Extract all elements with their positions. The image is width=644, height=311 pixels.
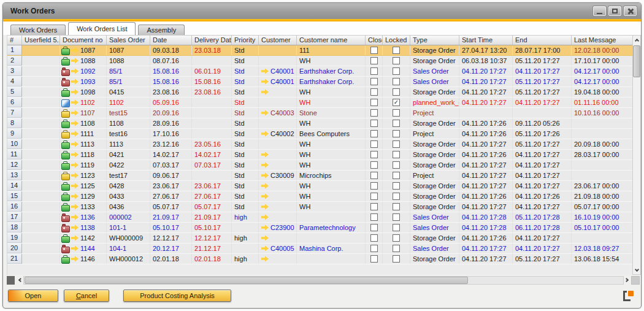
link-arrow-icon[interactable]	[71, 214, 79, 220]
row-number[interactable]: 15	[7, 191, 22, 201]
link-arrow-icon[interactable]	[71, 58, 79, 64]
column-header-last-message[interactable]: Last Message	[572, 36, 632, 45]
maximize-button[interactable]	[608, 6, 621, 16]
link-arrow-icon[interactable]	[261, 245, 269, 251]
link-arrow-icon[interactable]	[71, 68, 79, 74]
minimize-button[interactable]	[593, 6, 606, 16]
scroll-up-button[interactable]	[633, 36, 640, 44]
column-header-document-no[interactable]: Document no	[60, 36, 107, 45]
locked-checkbox[interactable]	[393, 130, 400, 137]
closed-checkbox[interactable]	[370, 182, 378, 190]
link-arrow-icon[interactable]	[71, 47, 79, 53]
table-row[interactable]: 141125042823.06.1723.06.17StdWHStorage O…	[7, 181, 632, 191]
link-arrow-icon[interactable]	[261, 204, 269, 210]
table-row[interactable]: 4109385/115.08.1615.08.16StdC40001Earths…	[7, 77, 632, 87]
locked-checkbox[interactable]: ✓	[393, 99, 400, 106]
column-header-customer-name[interactable]: Customer name	[297, 36, 366, 45]
closed-checkbox[interactable]	[370, 234, 378, 242]
table-row[interactable]: 111118042114.02.1714.02.17StdWHStorage O…	[7, 150, 632, 160]
row-number[interactable]: 4	[7, 77, 22, 86]
row-number[interactable]: 5	[7, 87, 22, 97]
table-row[interactable]: 101113111323.12.1623.05.16StdWHStorage O…	[7, 139, 632, 150]
locked-checkbox[interactable]	[393, 47, 400, 54]
link-arrow-icon[interactable]	[71, 204, 79, 210]
table-row[interactable]: 61102110205.09.16StdWH✓planned_work_orde…	[7, 98, 632, 108]
horizontal-scrollbar[interactable]	[7, 276, 640, 285]
column-header-blank[interactable]: #	[7, 36, 22, 45]
locked-checkbox[interactable]	[393, 234, 400, 242]
table-row[interactable]: 201144104-120.12.1721.12.17C40005Mashina…	[7, 244, 632, 254]
table-row[interactable]: 51098041523.08.1623.08.16StdWHStorage Or…	[7, 87, 632, 98]
column-header-customer[interactable]: Customer	[259, 36, 297, 45]
locked-checkbox[interactable]	[393, 203, 400, 210]
row-number[interactable]: 1	[7, 45, 22, 55]
column-header-sales-order[interactable]: Sales Order	[107, 36, 150, 45]
link-arrow-icon[interactable]	[261, 152, 269, 158]
table-row[interactable]: 17113600000221.09.1721.09.17highSales Or…	[7, 212, 632, 223]
closed-checkbox[interactable]	[370, 203, 378, 210]
column-header-delivery-date[interactable]: Delivery Date	[192, 36, 232, 45]
splitter-handle[interactable]	[7, 276, 15, 285]
closed-checkbox[interactable]	[370, 88, 378, 96]
table-row[interactable]: 3109285/115.08.1606.01.19StdC40001Earths…	[7, 66, 632, 77]
column-header-userfield-5[interactable]: Userfield 5...	[22, 36, 60, 45]
row-number[interactable]: 16	[7, 202, 22, 212]
row-number[interactable]: 9	[7, 129, 22, 139]
locked-checkbox[interactable]	[393, 120, 400, 127]
tab-work-orders[interactable]: Work Orders	[10, 25, 66, 35]
row-number[interactable]: 6	[7, 98, 22, 107]
table-row[interactable]: 161133043605.07.1705.07.17StdWHStorage O…	[7, 202, 632, 212]
scroll-left-button[interactable]	[16, 276, 23, 284]
locked-checkbox[interactable]	[393, 213, 400, 221]
vertical-scroll-thumb[interactable]	[633, 45, 640, 77]
table-row[interactable]: 81108110828.09.16StdWHStorage Order04.11…	[7, 118, 632, 129]
closed-checkbox[interactable]	[370, 255, 378, 263]
scroll-down-button[interactable]	[633, 266, 640, 274]
table-row[interactable]: 131123test1709.06.17StdC30009MicrochipsP…	[7, 171, 632, 181]
table-row[interactable]: 91111test1617.10.16StdC40002Bees Compute…	[7, 129, 632, 139]
closed-checkbox[interactable]	[370, 120, 378, 127]
table-row[interactable]: 181138101-105.10.1705.10.17C23900Paramet…	[7, 223, 632, 233]
row-number[interactable]: 2	[7, 56, 22, 66]
link-arrow-icon[interactable]	[261, 235, 269, 241]
link-arrow-icon[interactable]	[71, 131, 79, 137]
scroll-right-button[interactable]	[624, 276, 631, 284]
link-arrow-icon[interactable]	[71, 225, 79, 231]
locked-checkbox[interactable]	[393, 224, 400, 231]
column-header-priority[interactable]: Priority	[232, 36, 259, 45]
link-arrow-icon[interactable]	[71, 235, 79, 241]
closed-checkbox[interactable]	[370, 99, 378, 106]
vertical-scrollbar[interactable]	[632, 35, 641, 275]
tab-assembly[interactable]: Assembly	[138, 25, 185, 35]
closed-checkbox[interactable]	[370, 245, 378, 252]
locked-checkbox[interactable]	[393, 109, 400, 117]
locked-checkbox[interactable]	[393, 88, 400, 96]
table-row[interactable]: 121119042207.03.1707.03.17StdWHStorage O…	[7, 160, 632, 171]
closed-checkbox[interactable]	[370, 57, 378, 64]
link-arrow-icon[interactable]	[71, 256, 79, 262]
closed-checkbox[interactable]	[370, 224, 378, 231]
link-arrow-icon[interactable]	[71, 172, 79, 179]
link-arrow-icon[interactable]	[71, 162, 79, 168]
table-row[interactable]: 191142WH00000912.12.1712.12.17highStorag…	[7, 233, 632, 244]
row-number[interactable]: 11	[7, 150, 22, 159]
link-arrow-icon[interactable]	[261, 193, 269, 199]
horizontal-scroll-track[interactable]	[23, 276, 624, 285]
closed-checkbox[interactable]	[370, 78, 378, 85]
column-header-date[interactable]: Date	[150, 36, 192, 45]
row-number[interactable]: 3	[7, 66, 22, 76]
column-header-closed[interactable]: Closed	[366, 36, 383, 45]
row-number[interactable]: 13	[7, 171, 22, 180]
locked-checkbox[interactable]	[393, 67, 400, 75]
link-arrow-icon[interactable]	[261, 214, 269, 220]
link-arrow-icon[interactable]	[71, 99, 79, 106]
link-arrow-icon[interactable]	[261, 162, 269, 168]
expand-form-icon[interactable]	[623, 291, 634, 301]
link-arrow-icon[interactable]	[261, 256, 269, 262]
table-row[interactable]: 151129043327.06.1727.06.17StdWHStorage O…	[7, 191, 632, 202]
link-arrow-icon[interactable]	[261, 131, 269, 137]
table-row[interactable]: 21088108808.07.16StdWHStorage Order06.03…	[7, 56, 632, 66]
link-arrow-icon[interactable]	[71, 183, 79, 189]
product-costing-analysis-button[interactable]: Product Costing Analysis	[123, 290, 231, 302]
closed-checkbox[interactable]	[370, 193, 378, 200]
